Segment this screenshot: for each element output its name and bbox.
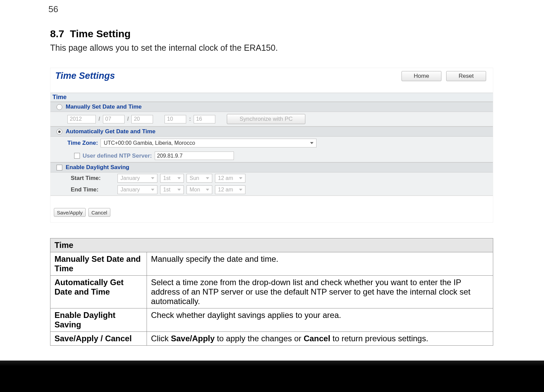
manual-label: Manually Set Date and Time [66, 103, 142, 110]
end-hour-select[interactable]: 12 am [215, 185, 245, 194]
daylight-option[interactable]: Enable Daylight Saving [50, 162, 493, 172]
start-day-select[interactable]: 1st [160, 174, 184, 183]
chevron-down-icon [206, 189, 209, 191]
daylight-checkbox[interactable] [57, 165, 62, 170]
save-apply-button[interactable]: Save/Apply [54, 208, 86, 217]
description-table: Time Manually Set Date and Time Manually… [50, 238, 493, 346]
section-intro: This page allows you to set the internal… [50, 43, 493, 53]
footer: EnGen us® [0, 361, 544, 392]
time-sep: : [189, 116, 191, 122]
chevron-down-icon [177, 177, 181, 179]
manual-option[interactable]: Manually Set Date and Time [50, 102, 493, 112]
section-title: 8.7 Time Setting [50, 28, 493, 40]
end-dow-value: Mon [190, 187, 200, 193]
table-key: Enable Daylight Saving [50, 308, 147, 332]
date-sep: / [127, 116, 129, 122]
table-row: Enable Daylight Saving Check whether day… [50, 308, 493, 332]
end-month-select[interactable]: January [117, 185, 157, 194]
home-button[interactable]: Home [401, 71, 441, 81]
chevron-down-icon [310, 142, 313, 144]
table-header: Time [50, 238, 493, 252]
month-input[interactable]: 07 [103, 115, 125, 123]
section-name: Time Setting [70, 28, 130, 39]
end-hour-value: 12 am [218, 187, 233, 193]
chevron-down-icon [239, 189, 242, 191]
start-day-value: 1st [163, 175, 170, 181]
timezone-select[interactable]: UTC+00:00 Gambia, Liberia, Morocco [101, 139, 317, 147]
time-section-header: Time [50, 93, 493, 102]
end-day-value: 1st [163, 187, 170, 193]
end-day-select[interactable]: 1st [160, 185, 184, 194]
manual-radio[interactable] [57, 104, 62, 110]
text-bold: Cancel [304, 334, 330, 343]
table-key: Save/Apply / Cancel [50, 332, 147, 346]
table-desc: Select a time zone from the drop-down li… [147, 276, 493, 308]
table-row: Automatically Get Date and Time Select a… [50, 276, 493, 308]
start-month-select[interactable]: January [117, 174, 157, 183]
chevron-down-icon [151, 177, 154, 179]
table-row: Save/Apply / Cancel Click Save/Apply to … [50, 332, 493, 346]
text-bold: Save/Apply [171, 334, 215, 343]
end-dow-select[interactable]: Mon [187, 185, 212, 194]
reset-button[interactable]: Reset [446, 71, 486, 81]
date-sep: / [99, 116, 100, 122]
ntp-checkbox[interactable] [74, 153, 80, 159]
ntp-input[interactable]: 209.81.9.7 [155, 152, 234, 160]
minute-input[interactable]: 16 [194, 115, 215, 123]
sync-pc-button[interactable]: Synchronize with PC [227, 114, 305, 124]
auto-label: Automatically Get Date and Time [66, 128, 155, 135]
ntp-label: User defined NTP Server: [83, 153, 152, 159]
start-hour-value: 12 am [218, 175, 233, 181]
timezone-label: Time Zone: [67, 140, 98, 146]
table-key: Manually Set Date and Time [50, 252, 147, 276]
page-number: 56 [0, 0, 544, 15]
chevron-down-icon [151, 189, 154, 191]
chevron-down-icon [206, 177, 209, 179]
chevron-down-icon [177, 189, 181, 191]
start-time-label: Start Time: [71, 175, 115, 182]
text: to apply the changes or [215, 334, 304, 343]
chevron-down-icon [239, 177, 242, 179]
start-dow-select[interactable]: Sun [187, 174, 212, 183]
timezone-value: UTC+00:00 Gambia, Liberia, Morocco [104, 140, 195, 146]
text: Click [151, 334, 171, 343]
start-time-row: Start Time: January 1st Sun 12 am [50, 172, 493, 184]
end-time-row: End Time: January 1st Mon 12 am [50, 184, 493, 195]
settings-screenshot: Time Settings Home Reset Time Manually S… [50, 68, 493, 223]
start-month-value: January [121, 175, 140, 181]
table-desc: Check whether daylight savings applies t… [147, 308, 493, 332]
auto-radio[interactable] [57, 129, 62, 135]
cancel-button[interactable]: Cancel [88, 208, 110, 217]
text: to return previous settings. [330, 334, 428, 343]
table-key: Automatically Get Date and Time [50, 276, 147, 308]
day-input[interactable]: 20 [131, 115, 153, 123]
auto-option[interactable]: Automatically Get Date and Time [50, 126, 493, 137]
panel-title: Time Settings [53, 71, 115, 81]
end-month-value: January [121, 187, 140, 193]
start-hour-select[interactable]: 12 am [215, 174, 245, 183]
daylight-label: Enable Daylight Saving [66, 164, 129, 171]
year-input[interactable]: 2012 [67, 115, 96, 123]
hour-input[interactable]: 10 [165, 115, 186, 123]
table-desc: Manually specify the date and time. [147, 252, 493, 276]
section-number: 8.7 [50, 28, 64, 39]
start-dow-value: Sun [190, 175, 199, 181]
table-desc: Click Save/Apply to apply the changes or… [147, 332, 493, 346]
end-time-label: End Time: [71, 186, 115, 193]
table-row: Manually Set Date and Time Manually spec… [50, 252, 493, 276]
